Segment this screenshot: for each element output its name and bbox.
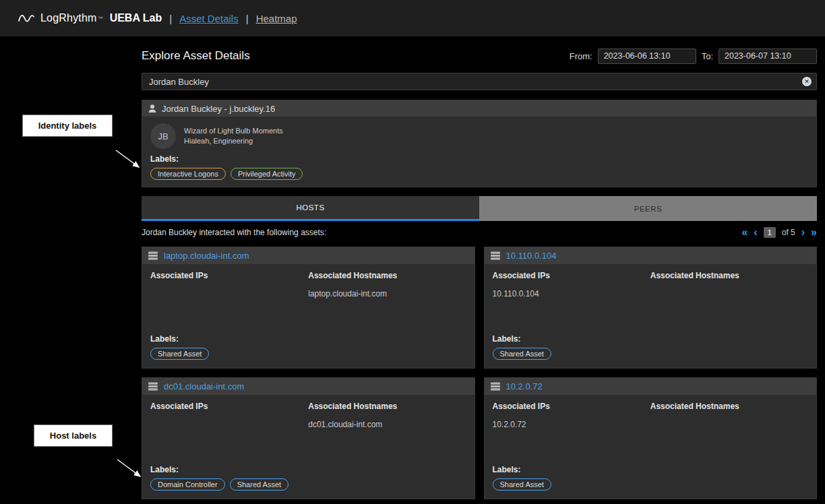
- associated-ips-value: 10.110.0.104: [493, 289, 650, 298]
- tab-bar: HOSTS PEERS: [142, 196, 817, 221]
- nav-link-heatmap[interactable]: Heatmap: [256, 13, 297, 24]
- asset-label-pill: Shared Asset: [150, 348, 209, 360]
- server-icon: [490, 382, 501, 391]
- asset-title-link[interactable]: 10.110.0.104: [506, 251, 557, 261]
- to-label: To:: [702, 51, 713, 61]
- assets-intro-text: Jordan Buckley interacted with the follo…: [142, 228, 326, 237]
- asset-card-header: laptop.cloudai-int.com: [142, 247, 475, 264]
- avatar: JB: [150, 123, 176, 149]
- asset-title-link[interactable]: 10.2.0.72: [506, 381, 543, 391]
- identity-info: Wizard of Light Bulb Moments Hialeah, En…: [184, 126, 283, 146]
- asset-card-header: 10.110.0.104: [485, 247, 817, 264]
- logrhythm-logo-icon: [18, 11, 35, 25]
- associated-hostnames-value: dc01.cloudai-int.com: [308, 420, 466, 429]
- asset-labels-caption: Labels:: [150, 334, 466, 344]
- from-label: From:: [570, 51, 592, 61]
- asset-label-pill: Shared Asset: [493, 478, 551, 491]
- to-date-input[interactable]: [719, 49, 817, 64]
- page-count-text: of 5: [782, 228, 795, 237]
- tab-hosts[interactable]: HOSTS: [142, 196, 479, 221]
- asset-card-header: 10.2.0.72: [485, 378, 817, 395]
- identity-card-header: Jordan Buckley - j.buckley.16: [142, 100, 816, 117]
- asset-columns: Associated IPs 10.110.0.104 Associated H…: [493, 271, 809, 329]
- associated-ips-header: Associated IPs: [493, 271, 650, 280]
- associated-hostnames-column: Associated Hostnames: [650, 402, 808, 460]
- asset-card-header: dc01.cloudai-int.com: [142, 378, 475, 395]
- nav-link-asset-details[interactable]: Asset Details: [179, 13, 239, 24]
- header-row: Explore Asset Details From: To:: [142, 47, 817, 65]
- main-content: Explore Asset Details From: To: ✕: [142, 37, 817, 499]
- associated-ips-value: [150, 420, 308, 429]
- annotation-host-labels: Host labels: [34, 424, 113, 447]
- asset-labels-caption: Labels:: [493, 465, 809, 474]
- current-page-indicator: 1: [764, 227, 776, 238]
- tab-peers[interactable]: PEERS: [479, 196, 817, 221]
- associated-hostnames-value: laptop.cloudai-int.com: [308, 289, 466, 298]
- associated-hostnames-column: Associated Hostnames laptop.cloudai-int.…: [308, 271, 466, 329]
- next-page-icon[interactable]: ›: [801, 227, 805, 238]
- asset-labels: Shared Asset: [493, 348, 809, 360]
- asset-labels: Shared Asset: [493, 478, 809, 491]
- asset-card-body: Associated IPs 10.2.0.72 Associated Host…: [485, 395, 817, 499]
- identity-label-pill: Interactive Logons: [150, 168, 226, 180]
- associated-ips-column: Associated IPs 10.2.0.72: [493, 402, 650, 460]
- annotation-identity-labels: Identity labels: [22, 115, 113, 137]
- asset-label-pill: Shared Asset: [493, 348, 551, 360]
- asset-labels: Shared Asset: [150, 348, 466, 360]
- asset-labels-caption: Labels:: [493, 334, 809, 344]
- identity-label-pill: Privileged Activity: [231, 168, 303, 180]
- first-page-icon[interactable]: «: [741, 227, 747, 238]
- asset-cards-grid: laptop.cloudai-int.com Associated IPs As…: [142, 247, 817, 499]
- from-date-input[interactable]: [598, 49, 696, 64]
- identity-card-body: JB Wizard of Light Bulb Moments Hialeah,…: [142, 117, 816, 187]
- associated-ips-column: Associated IPs: [150, 402, 308, 460]
- asset-card-body: Associated IPs 10.110.0.104 Associated H…: [485, 264, 817, 368]
- asset-title-link[interactable]: laptop.cloudai-int.com: [164, 251, 249, 261]
- asset-card: laptop.cloudai-int.com Associated IPs As…: [142, 247, 475, 369]
- associated-hostnames-column: Associated Hostnames dc01.cloudai-int.co…: [308, 402, 466, 460]
- asset-columns: Associated IPs 10.2.0.72 Associated Host…: [493, 402, 809, 460]
- asset-label-pill: Domain Controller: [150, 478, 225, 491]
- associated-hostnames-value: [650, 289, 808, 298]
- identity-header-title: Jordan Buckley - j.buckley.16: [162, 104, 275, 114]
- identity-card: Jordan Buckley - j.buckley.16 JB Wizard …: [142, 100, 817, 187]
- app-name: UEBA Lab: [110, 12, 162, 24]
- user-icon: [148, 104, 157, 113]
- associated-hostnames-header: Associated Hostnames: [650, 402, 808, 411]
- associated-ips-header: Associated IPs: [493, 402, 650, 411]
- assets-row: Jordan Buckley interacted with the follo…: [142, 224, 817, 241]
- associated-hostnames-header: Associated Hostnames: [650, 271, 808, 280]
- prev-page-icon[interactable]: ‹: [754, 227, 757, 238]
- identity-labels-caption: Labels:: [150, 154, 808, 164]
- page-title: Explore Asset Details: [142, 49, 250, 63]
- search-input[interactable]: [142, 73, 817, 90]
- asset-labels-caption: Labels:: [150, 465, 466, 474]
- associated-ips-value: [150, 289, 308, 298]
- associated-ips-column: Associated IPs 10.110.0.104: [493, 271, 650, 329]
- identity-summary: JB Wizard of Light Bulb Moments Hialeah,…: [150, 123, 808, 149]
- clear-search-icon[interactable]: ✕: [802, 77, 812, 86]
- asset-card-body: Associated IPs Associated Hostnames lapt…: [142, 264, 475, 368]
- asset-card: dc01.cloudai-int.com Associated IPs Asso…: [142, 377, 475, 499]
- asset-labels: Domain Controller Shared Asset: [150, 478, 466, 491]
- search-bar: ✕: [142, 73, 817, 90]
- date-range-controls: From: To:: [570, 49, 817, 64]
- pagination: « ‹ 1 of 5 › »: [741, 227, 817, 238]
- identity-labels: Interactive Logons Privileged Activity: [150, 168, 808, 180]
- associated-ips-value: 10.2.0.72: [493, 420, 650, 429]
- asset-columns: Associated IPs Associated Hostnames dc01…: [150, 402, 466, 460]
- last-page-icon[interactable]: »: [811, 227, 817, 238]
- top-navbar: LogRhythm ™ UEBA Lab | Asset Details | H…: [0, 0, 825, 37]
- server-icon: [148, 382, 158, 391]
- brand-trademark: ™: [98, 15, 103, 22]
- asset-card: 10.110.0.104 Associated IPs 10.110.0.104…: [484, 247, 818, 369]
- brand-name: LogRhythm: [40, 12, 97, 24]
- associated-hostnames-header: Associated Hostnames: [308, 402, 466, 411]
- associated-ips-column: Associated IPs: [150, 271, 308, 329]
- associated-hostnames-column: Associated Hostnames: [650, 271, 808, 329]
- annotation-arrow-icon: [115, 458, 146, 482]
- asset-card: 10.2.0.72 Associated IPs 10.2.0.72 Assoc…: [484, 377, 818, 499]
- identity-role: Wizard of Light Bulb Moments: [184, 126, 283, 136]
- asset-title-link[interactable]: dc01.cloudai-int.com: [164, 381, 244, 391]
- asset-label-pill: Shared Asset: [230, 478, 288, 491]
